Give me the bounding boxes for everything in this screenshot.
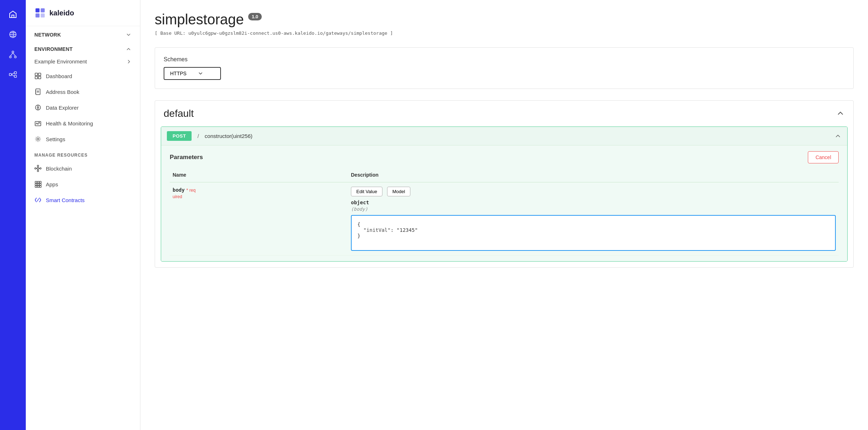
svg-rect-42 [37, 181, 39, 183]
sidebar-item-dashboard[interactable]: Dashboard [26, 68, 140, 84]
required-star: * [186, 187, 189, 193]
svg-rect-12 [35, 8, 39, 12]
svg-point-4 [15, 56, 16, 58]
params-table: Name Description body * req [170, 169, 839, 255]
svg-rect-7 [9, 73, 11, 76]
params-title: Parameters [170, 154, 203, 161]
blockchain-icon [34, 165, 42, 172]
health-monitoring-label: Health & Monitoring [46, 120, 93, 126]
svg-rect-19 [38, 76, 41, 79]
post-endpoint: constructor(uint256) [205, 133, 829, 139]
default-section-title: default [164, 108, 194, 119]
edit-value-button[interactable]: Edit Value [351, 187, 382, 196]
code-value: "12345" [397, 227, 418, 233]
post-block: POST / constructor(uint256) Parameters C… [161, 126, 848, 262]
dashboard-label: Dashboard [46, 73, 72, 79]
svg-line-6 [13, 53, 15, 56]
svg-rect-15 [41, 14, 45, 18]
sidebar-item-apps[interactable]: Apps [26, 176, 140, 192]
default-section: default POST / constructor(uint256) Para… [155, 100, 854, 268]
nodes-nav-icon[interactable] [4, 46, 21, 63]
environment-section-header[interactable]: ENVIRONMENT [26, 40, 140, 55]
model-button[interactable]: Model [387, 187, 410, 196]
object-sublabel: (body) [351, 206, 368, 212]
network-chevron-icon [126, 32, 131, 38]
address-book-label: Address Book [46, 89, 79, 95]
description-column-header: Description [348, 169, 839, 182]
svg-point-33 [35, 168, 36, 169]
sidebar-item-data-explorer[interactable]: Data Explorer [26, 100, 140, 115]
sidebar-item-address-book[interactable]: Address Book [26, 84, 140, 100]
svg-point-32 [37, 168, 39, 169]
environment-label: ENVIRONMENT [34, 46, 73, 52]
globe-nav-icon[interactable] [4, 26, 21, 43]
blockchain-label: Blockchain [46, 166, 72, 172]
params-section: Parameters Cancel Name Description [161, 145, 847, 261]
network-label: NETWORK [34, 32, 61, 38]
schemes-select[interactable]: HTTPS [164, 67, 221, 80]
page-title: simplestorage [155, 11, 244, 28]
body-label: body [173, 187, 185, 193]
svg-rect-48 [37, 186, 39, 187]
sidebar-item-blockchain[interactable]: Blockchain [26, 161, 140, 176]
smart-contracts-label: Smart Contracts [46, 197, 85, 203]
svg-point-2 [12, 51, 14, 53]
post-header[interactable]: POST / constructor(uint256) [161, 127, 847, 145]
example-environment-item[interactable]: Example Environment [26, 55, 140, 68]
svg-point-35 [37, 165, 39, 167]
svg-point-27 [37, 107, 39, 108]
manage-resources-header: MANAGE RESOURCES [26, 147, 140, 161]
smart-contracts-icon [34, 196, 42, 204]
svg-rect-16 [35, 73, 38, 76]
sidebar-item-smart-contracts[interactable]: Smart Contracts [26, 192, 140, 208]
apps-label: Apps [46, 181, 58, 187]
svg-rect-49 [39, 186, 41, 187]
network-section-header[interactable]: NETWORK [26, 26, 140, 40]
data-explorer-icon [34, 104, 42, 111]
code-colon: : [391, 227, 397, 233]
schemes-value: HTTPS [170, 71, 187, 76]
body-param-name-cell: body * req uired [170, 182, 348, 255]
settings-label: Settings [46, 136, 65, 142]
sidebar-item-health-monitoring[interactable]: Health & Monitoring [26, 115, 140, 131]
svg-point-34 [40, 168, 41, 169]
svg-rect-47 [35, 186, 37, 187]
environment-chevron-icon [126, 46, 131, 52]
svg-rect-43 [39, 181, 41, 183]
svg-rect-17 [38, 73, 41, 76]
svg-rect-0 [12, 15, 14, 18]
object-label: object [351, 200, 369, 205]
hierarchy-nav-icon[interactable] [4, 66, 21, 83]
logo-text: kaleido [49, 9, 74, 17]
code-brace-open: { [357, 221, 360, 227]
required-text2: uired [173, 194, 182, 199]
example-env-chevron-icon [126, 59, 131, 64]
svg-rect-14 [35, 14, 39, 18]
dashboard-icon [34, 72, 42, 80]
example-environment-label: Example Environment [34, 58, 87, 64]
address-book-icon [34, 88, 42, 95]
default-section-header[interactable]: default [155, 101, 853, 126]
cancel-button[interactable]: Cancel [808, 151, 839, 163]
code-editor[interactable]: { "initVal": "12345" } [351, 215, 836, 251]
settings-icon [34, 135, 42, 143]
svg-rect-13 [41, 8, 45, 12]
sidebar-logo[interactable]: kaleido [26, 0, 140, 26]
manage-resources-label: MANAGE RESOURCES [34, 153, 88, 158]
sidebar-item-settings[interactable]: Settings [26, 131, 140, 147]
params-header-row: Parameters Cancel [170, 151, 839, 163]
schemes-section: Schemes HTTPS [155, 47, 854, 89]
schemes-chevron-icon [198, 71, 203, 76]
health-icon [34, 120, 42, 127]
code-key: "initVal" [363, 227, 391, 233]
svg-rect-18 [35, 76, 38, 79]
svg-rect-8 [14, 72, 16, 74]
body-param-row: body * req uired Edit Value [170, 182, 839, 255]
svg-rect-45 [37, 183, 39, 185]
home-nav-icon[interactable] [4, 6, 21, 23]
svg-line-10 [11, 73, 14, 75]
code-indent [357, 227, 363, 233]
schemes-label: Schemes [164, 56, 845, 63]
apps-icon [34, 181, 42, 188]
kaleido-logo-icon [34, 7, 46, 19]
